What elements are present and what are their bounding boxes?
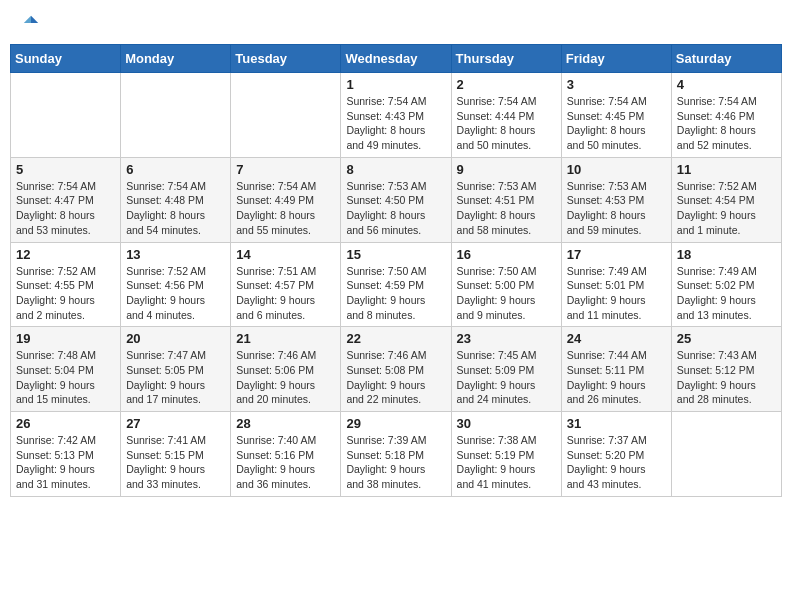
day-info: Sunrise: 7:52 AM Sunset: 4:54 PM Dayligh… [677, 179, 776, 238]
day-number: 21 [236, 331, 335, 346]
calendar-cell: 15Sunrise: 7:50 AM Sunset: 4:59 PM Dayli… [341, 242, 451, 327]
day-info: Sunrise: 7:38 AM Sunset: 5:19 PM Dayligh… [457, 433, 556, 492]
day-number: 24 [567, 331, 666, 346]
day-number: 18 [677, 247, 776, 262]
calendar-cell: 10Sunrise: 7:53 AM Sunset: 4:53 PM Dayli… [561, 157, 671, 242]
day-number: 26 [16, 416, 115, 431]
day-info: Sunrise: 7:54 AM Sunset: 4:46 PM Dayligh… [677, 94, 776, 153]
logo-icon [22, 14, 40, 32]
calendar-header-monday: Monday [121, 45, 231, 73]
logo [18, 14, 40, 32]
day-number: 9 [457, 162, 556, 177]
day-number: 8 [346, 162, 445, 177]
calendar-cell: 4Sunrise: 7:54 AM Sunset: 4:46 PM Daylig… [671, 73, 781, 158]
calendar-week-row: 26Sunrise: 7:42 AM Sunset: 5:13 PM Dayli… [11, 412, 782, 497]
calendar-cell: 14Sunrise: 7:51 AM Sunset: 4:57 PM Dayli… [231, 242, 341, 327]
calendar-cell: 28Sunrise: 7:40 AM Sunset: 5:16 PM Dayli… [231, 412, 341, 497]
day-number: 31 [567, 416, 666, 431]
day-info: Sunrise: 7:53 AM Sunset: 4:51 PM Dayligh… [457, 179, 556, 238]
day-info: Sunrise: 7:54 AM Sunset: 4:48 PM Dayligh… [126, 179, 225, 238]
day-info: Sunrise: 7:45 AM Sunset: 5:09 PM Dayligh… [457, 348, 556, 407]
calendar-cell: 6Sunrise: 7:54 AM Sunset: 4:48 PM Daylig… [121, 157, 231, 242]
calendar-cell: 5Sunrise: 7:54 AM Sunset: 4:47 PM Daylig… [11, 157, 121, 242]
calendar-cell [671, 412, 781, 497]
day-info: Sunrise: 7:54 AM Sunset: 4:44 PM Dayligh… [457, 94, 556, 153]
day-info: Sunrise: 7:40 AM Sunset: 5:16 PM Dayligh… [236, 433, 335, 492]
calendar-cell: 23Sunrise: 7:45 AM Sunset: 5:09 PM Dayli… [451, 327, 561, 412]
day-number: 4 [677, 77, 776, 92]
day-info: Sunrise: 7:53 AM Sunset: 4:50 PM Dayligh… [346, 179, 445, 238]
calendar-header-tuesday: Tuesday [231, 45, 341, 73]
calendar-cell: 24Sunrise: 7:44 AM Sunset: 5:11 PM Dayli… [561, 327, 671, 412]
calendar-header-thursday: Thursday [451, 45, 561, 73]
calendar-cell: 7Sunrise: 7:54 AM Sunset: 4:49 PM Daylig… [231, 157, 341, 242]
day-info: Sunrise: 7:54 AM Sunset: 4:45 PM Dayligh… [567, 94, 666, 153]
day-info: Sunrise: 7:42 AM Sunset: 5:13 PM Dayligh… [16, 433, 115, 492]
calendar-cell: 25Sunrise: 7:43 AM Sunset: 5:12 PM Dayli… [671, 327, 781, 412]
day-number: 2 [457, 77, 556, 92]
day-number: 15 [346, 247, 445, 262]
day-number: 3 [567, 77, 666, 92]
svg-marker-1 [24, 16, 31, 23]
calendar-header-row: SundayMondayTuesdayWednesdayThursdayFrid… [11, 45, 782, 73]
calendar-header-sunday: Sunday [11, 45, 121, 73]
day-number: 6 [126, 162, 225, 177]
day-number: 22 [346, 331, 445, 346]
day-info: Sunrise: 7:46 AM Sunset: 5:06 PM Dayligh… [236, 348, 335, 407]
day-number: 17 [567, 247, 666, 262]
calendar-cell: 16Sunrise: 7:50 AM Sunset: 5:00 PM Dayli… [451, 242, 561, 327]
day-number: 11 [677, 162, 776, 177]
day-info: Sunrise: 7:37 AM Sunset: 5:20 PM Dayligh… [567, 433, 666, 492]
calendar-cell: 19Sunrise: 7:48 AM Sunset: 5:04 PM Dayli… [11, 327, 121, 412]
calendar-cell: 11Sunrise: 7:52 AM Sunset: 4:54 PM Dayli… [671, 157, 781, 242]
day-info: Sunrise: 7:50 AM Sunset: 5:00 PM Dayligh… [457, 264, 556, 323]
day-info: Sunrise: 7:39 AM Sunset: 5:18 PM Dayligh… [346, 433, 445, 492]
day-info: Sunrise: 7:54 AM Sunset: 4:47 PM Dayligh… [16, 179, 115, 238]
day-number: 10 [567, 162, 666, 177]
day-number: 30 [457, 416, 556, 431]
day-number: 29 [346, 416, 445, 431]
day-info: Sunrise: 7:48 AM Sunset: 5:04 PM Dayligh… [16, 348, 115, 407]
day-info: Sunrise: 7:52 AM Sunset: 4:55 PM Dayligh… [16, 264, 115, 323]
calendar-week-row: 1Sunrise: 7:54 AM Sunset: 4:43 PM Daylig… [11, 73, 782, 158]
day-number: 28 [236, 416, 335, 431]
day-info: Sunrise: 7:49 AM Sunset: 5:02 PM Dayligh… [677, 264, 776, 323]
day-info: Sunrise: 7:49 AM Sunset: 5:01 PM Dayligh… [567, 264, 666, 323]
calendar-cell: 13Sunrise: 7:52 AM Sunset: 4:56 PM Dayli… [121, 242, 231, 327]
calendar-cell: 8Sunrise: 7:53 AM Sunset: 4:50 PM Daylig… [341, 157, 451, 242]
calendar-cell: 22Sunrise: 7:46 AM Sunset: 5:08 PM Dayli… [341, 327, 451, 412]
day-number: 7 [236, 162, 335, 177]
day-info: Sunrise: 7:54 AM Sunset: 4:49 PM Dayligh… [236, 179, 335, 238]
day-info: Sunrise: 7:47 AM Sunset: 5:05 PM Dayligh… [126, 348, 225, 407]
day-number: 1 [346, 77, 445, 92]
day-number: 16 [457, 247, 556, 262]
calendar-cell [121, 73, 231, 158]
calendar-week-row: 12Sunrise: 7:52 AM Sunset: 4:55 PM Dayli… [11, 242, 782, 327]
page-header [10, 10, 782, 36]
day-number: 13 [126, 247, 225, 262]
day-info: Sunrise: 7:50 AM Sunset: 4:59 PM Dayligh… [346, 264, 445, 323]
calendar-cell: 2Sunrise: 7:54 AM Sunset: 4:44 PM Daylig… [451, 73, 561, 158]
day-number: 5 [16, 162, 115, 177]
calendar-cell: 1Sunrise: 7:54 AM Sunset: 4:43 PM Daylig… [341, 73, 451, 158]
day-number: 12 [16, 247, 115, 262]
calendar-week-row: 5Sunrise: 7:54 AM Sunset: 4:47 PM Daylig… [11, 157, 782, 242]
calendar-header-wednesday: Wednesday [341, 45, 451, 73]
calendar-cell: 26Sunrise: 7:42 AM Sunset: 5:13 PM Dayli… [11, 412, 121, 497]
day-number: 19 [16, 331, 115, 346]
svg-marker-0 [31, 16, 38, 23]
day-number: 25 [677, 331, 776, 346]
calendar-cell: 9Sunrise: 7:53 AM Sunset: 4:51 PM Daylig… [451, 157, 561, 242]
calendar-cell: 18Sunrise: 7:49 AM Sunset: 5:02 PM Dayli… [671, 242, 781, 327]
day-info: Sunrise: 7:54 AM Sunset: 4:43 PM Dayligh… [346, 94, 445, 153]
day-info: Sunrise: 7:46 AM Sunset: 5:08 PM Dayligh… [346, 348, 445, 407]
calendar-cell: 20Sunrise: 7:47 AM Sunset: 5:05 PM Dayli… [121, 327, 231, 412]
calendar-header-saturday: Saturday [671, 45, 781, 73]
calendar-cell: 17Sunrise: 7:49 AM Sunset: 5:01 PM Dayli… [561, 242, 671, 327]
day-number: 23 [457, 331, 556, 346]
day-info: Sunrise: 7:44 AM Sunset: 5:11 PM Dayligh… [567, 348, 666, 407]
calendar-header-friday: Friday [561, 45, 671, 73]
day-number: 14 [236, 247, 335, 262]
day-info: Sunrise: 7:41 AM Sunset: 5:15 PM Dayligh… [126, 433, 225, 492]
calendar-cell: 21Sunrise: 7:46 AM Sunset: 5:06 PM Dayli… [231, 327, 341, 412]
